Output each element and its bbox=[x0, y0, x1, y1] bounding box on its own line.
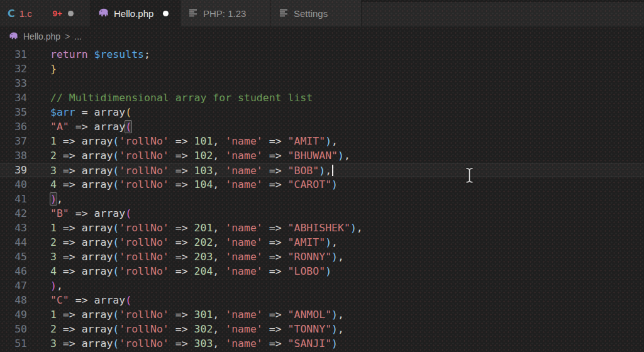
code-token: 'name' bbox=[225, 251, 263, 263]
tab-1c[interactable]: C 1.c 9+ bbox=[0, 0, 91, 26]
code-text[interactable] bbox=[27, 76, 50, 91]
code-line[interactable]: 47), bbox=[0, 278, 644, 293]
code-token: 'name' bbox=[225, 135, 263, 147]
code-token: => bbox=[169, 179, 194, 190]
code-token: 'name' bbox=[225, 179, 263, 190]
code-line[interactable]: 35$arr = array( bbox=[0, 105, 644, 119]
code-line[interactable]: 32} bbox=[0, 62, 644, 76]
code-token: 301 bbox=[194, 309, 213, 321]
code-token: => bbox=[263, 309, 288, 321]
code-token: "RONNY" bbox=[288, 251, 332, 263]
breadcrumb-file[interactable]: Hello.php bbox=[23, 31, 60, 41]
code-token: 104 bbox=[194, 179, 213, 190]
code-text[interactable]: 1 => array('rollNo' => 101, 'name' => "A… bbox=[27, 134, 338, 148]
code-token: ( bbox=[125, 294, 131, 306]
code-line[interactable]: 513 => array('rollNo' => 303, 'name' => … bbox=[0, 336, 644, 351]
code-token: => bbox=[169, 265, 194, 277]
code-line[interactable]: 442 => array('rollNo' => 202, 'name' => … bbox=[0, 235, 644, 250]
code-line[interactable]: 453 => array('rollNo' => 203, 'name' => … bbox=[0, 250, 644, 264]
mouse-cursor-ibeam bbox=[465, 167, 474, 186]
code-token: => bbox=[169, 323, 194, 335]
code-text[interactable]: 3 => array('rollNo' => 203, 'name' => "R… bbox=[27, 250, 344, 264]
code-line[interactable]: 491 => array('rollNo' => 301, 'name' => … bbox=[0, 307, 644, 322]
code-token: => bbox=[263, 150, 288, 162]
code-line[interactable]: 464 => array('rollNo' => 204, 'name' => … bbox=[0, 264, 644, 278]
code-text[interactable]: 4 => array('rollNo' => 204, 'name' => "L… bbox=[27, 264, 331, 278]
line-number: 43 bbox=[0, 221, 27, 235]
code-token: => bbox=[263, 179, 288, 190]
code-token: ( bbox=[113, 165, 119, 177]
tab-settings[interactable]: Settings bbox=[271, 0, 362, 26]
code-token: , bbox=[213, 265, 225, 277]
code-text[interactable]: } bbox=[27, 62, 57, 76]
code-line[interactable]: 502 => array('rollNo' => 302, 'name' => … bbox=[0, 322, 644, 336]
code-token: 'rollNo' bbox=[119, 309, 169, 321]
dirty-indicator[interactable] bbox=[68, 11, 74, 16]
code-text[interactable]: ), bbox=[27, 192, 63, 206]
code-text[interactable]: 3 => array('rollNo' => 303, 'name' => "S… bbox=[27, 336, 338, 351]
php-elephant-icon bbox=[9, 31, 18, 41]
code-text[interactable]: "B" => array( bbox=[27, 206, 131, 221]
code-text[interactable]: 3 => array('rollNo' => 103, 'name' => "B… bbox=[27, 163, 333, 177]
code-token: , bbox=[57, 193, 63, 205]
code-token: => bbox=[263, 222, 288, 234]
line-number: 40 bbox=[0, 177, 27, 192]
code-token: => array bbox=[57, 179, 113, 190]
error-count-badge: 9+ bbox=[53, 9, 62, 18]
code-line[interactable]: 371 => array('rollNo' => 101, 'name' => … bbox=[0, 134, 644, 148]
code-token: 'name' bbox=[225, 309, 263, 321]
code-token: , bbox=[344, 150, 350, 162]
breadcrumb-symbol-more[interactable]: ... bbox=[74, 31, 82, 41]
code-line[interactable]: 393 => array('rollNo' => 103, 'name' => … bbox=[0, 163, 644, 177]
code-token: ( bbox=[113, 309, 119, 321]
code-token: "B" bbox=[50, 207, 69, 219]
code-line[interactable]: 33 bbox=[0, 76, 644, 91]
code-token: "ABHISHEK" bbox=[288, 222, 350, 234]
tab-label: Hello.php bbox=[114, 8, 153, 19]
code-line[interactable]: 382 => array('rollNo' => 102, 'name' => … bbox=[0, 148, 644, 163]
code-line[interactable]: 36"A" => array( bbox=[0, 119, 644, 134]
code-token: => array bbox=[57, 323, 113, 335]
code-line[interactable]: 31return $results; bbox=[0, 47, 644, 62]
code-text[interactable]: 1 => array('rollNo' => 301, 'name' => "A… bbox=[27, 307, 344, 322]
breadcrumb: Hello.php > ... bbox=[0, 26, 644, 46]
dirty-indicator[interactable] bbox=[163, 11, 169, 16]
code-line[interactable]: 42"B" => array( bbox=[0, 206, 644, 221]
code-text[interactable]: // Multidimensional array for student li… bbox=[27, 91, 313, 105]
tab-label: PHP: 1.23 bbox=[203, 8, 246, 19]
code-token: 3 bbox=[50, 165, 57, 177]
code-text[interactable]: 2 => array('rollNo' => 302, 'name' => "T… bbox=[27, 322, 344, 336]
code-text[interactable]: return $results; bbox=[27, 47, 150, 62]
code-text[interactable]: 2 => array('rollNo' => 202, 'name' => "A… bbox=[27, 235, 338, 250]
code-token: => array bbox=[57, 338, 113, 349]
code-text[interactable]: $arr = array( bbox=[27, 105, 131, 119]
code-token: ) bbox=[319, 165, 325, 177]
code-line[interactable]: 404 => array('rollNo' => 104, 'name' => … bbox=[0, 177, 644, 192]
code-token: => bbox=[169, 251, 194, 263]
code-token: => array bbox=[69, 121, 125, 133]
code-line[interactable]: 34// Multidimensional array for student … bbox=[0, 91, 644, 105]
code-text[interactable]: 4 => array('rollNo' => 104, 'name' => "C… bbox=[27, 177, 338, 192]
code-token: , bbox=[213, 165, 225, 177]
code-token: => bbox=[169, 135, 194, 147]
code-line[interactable]: 431 => array('rollNo' => 201, 'name' => … bbox=[0, 221, 644, 235]
tab-php-version[interactable]: PHP: 1.23 bbox=[180, 0, 271, 26]
code-line[interactable]: 41), bbox=[0, 192, 644, 206]
code-editor[interactable]: 31return $results;32}3334// Multidimensi… bbox=[0, 46, 644, 352]
code-token: 2 bbox=[50, 323, 57, 335]
code-token: , bbox=[338, 309, 344, 321]
code-token: => bbox=[263, 165, 288, 177]
code-token: ( bbox=[113, 150, 119, 162]
code-token: ( bbox=[113, 236, 119, 248]
code-text[interactable]: 1 => array('rollNo' => 201, 'name' => "A… bbox=[27, 221, 363, 235]
code-text[interactable]: ), bbox=[27, 278, 63, 293]
line-number: 49 bbox=[0, 307, 27, 322]
tab-hello-php[interactable]: Hello.php bbox=[91, 0, 180, 26]
code-text[interactable]: 2 => array('rollNo' => 102, 'name' => "B… bbox=[27, 148, 350, 163]
editor-tab-bar: C 1.c 9+ Hello.php bbox=[0, 0, 644, 26]
code-line[interactable]: 48"C" => array( bbox=[0, 293, 644, 307]
code-token: 'rollNo' bbox=[119, 323, 169, 335]
code-text[interactable]: "A" => array( bbox=[27, 119, 131, 134]
code-token: , bbox=[213, 222, 225, 234]
code-text[interactable]: "C" => array( bbox=[27, 293, 131, 307]
